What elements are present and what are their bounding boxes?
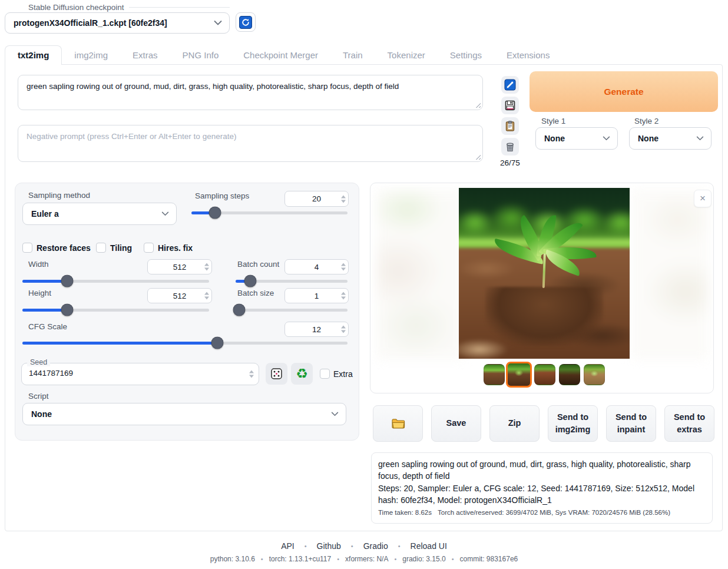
- style1-label: Style 1: [541, 117, 565, 125]
- sampling-steps-slider[interactable]: [191, 207, 348, 219]
- batch-size-slider[interactable]: [236, 304, 348, 316]
- tab-img2img[interactable]: img2img: [62, 46, 120, 65]
- bullet: •: [452, 555, 454, 563]
- random-seed-button[interactable]: [266, 363, 287, 385]
- script-dropdown[interactable]: None: [22, 403, 346, 425]
- restore-faces-checkbox[interactable]: [22, 243, 32, 253]
- apply-style-button[interactable]: [501, 117, 519, 135]
- tab-checkpoint-merger[interactable]: Checkpoint Merger: [231, 46, 330, 65]
- slider-thumb[interactable]: [61, 275, 74, 287]
- batch-count-slider[interactable]: [236, 275, 348, 287]
- tab-settings[interactable]: Settings: [438, 46, 494, 65]
- tiling-checkbox[interactable]: [96, 243, 106, 253]
- sampling-method-dropdown[interactable]: Euler a: [22, 203, 177, 225]
- style1-dropdown[interactable]: None: [535, 127, 618, 150]
- clipboard-icon: [504, 120, 516, 132]
- sampling-method-label: Sampling method: [28, 191, 90, 200]
- gallery-thumbnail-3[interactable]: [534, 364, 555, 385]
- clear-prompt-button[interactable]: [501, 138, 519, 156]
- seed-value: 1441787169: [29, 369, 73, 378]
- extra-seed-label: Extra: [333, 369, 353, 379]
- reload-ui-link[interactable]: Reload UI: [411, 541, 447, 551]
- gallery-thumbnail-2-selected[interactable]: [506, 362, 532, 388]
- batch-count-input[interactable]: 4: [284, 259, 349, 274]
- info-params-text: Steps: 20, Sampler: Euler a, CFG scale: …: [378, 482, 706, 507]
- restore-faces-label: Restore faces: [37, 243, 91, 253]
- vram-text: Torch active/reserved: 3699/4702 MiB, Sy…: [438, 509, 670, 516]
- gallery-thumbnail-1[interactable]: [484, 364, 505, 385]
- stepper-arrows[interactable]: [204, 292, 209, 300]
- tab-train[interactable]: Train: [330, 46, 375, 65]
- reuse-seed-button[interactable]: ♻: [291, 363, 313, 385]
- close-icon: ×: [700, 193, 706, 204]
- save-button[interactable]: Save: [431, 405, 481, 442]
- info-prompt-text: green sapling rowing out of ground, mud,…: [378, 458, 706, 482]
- refresh-checkpoint-button[interactable]: [236, 12, 256, 32]
- gallery-thumbnail-5[interactable]: [584, 364, 605, 385]
- tab-tokenizer[interactable]: Tokenizer: [375, 46, 438, 65]
- app-root: Stable Diffusion checkpoint protogenX34O…: [0, 0, 728, 569]
- refresh-icon: [239, 16, 252, 29]
- footer-versions: python: 3.10.6 • torch: 1.13.1+cu117 • x…: [0, 555, 728, 563]
- tab-extensions[interactable]: Extensions: [494, 46, 562, 65]
- bullet: •: [394, 555, 396, 563]
- gradio-link[interactable]: Gradio: [363, 541, 388, 551]
- checkpoint-value: protogenX34OfficialR_1.ckpt [60fe2f34]: [14, 18, 167, 28]
- footer-links: API • Github • Gradio • Reload UI: [0, 541, 728, 551]
- batch-size-label: Batch size: [237, 289, 274, 297]
- save-style-button[interactable]: [501, 97, 519, 114]
- height-label: Height: [28, 289, 51, 297]
- api-link[interactable]: API: [281, 541, 294, 551]
- slider-thumb[interactable]: [209, 207, 221, 219]
- tab-txt2img[interactable]: txt2img: [5, 45, 62, 65]
- batch-size-input[interactable]: 1: [284, 288, 349, 303]
- stepper-arrows[interactable]: [341, 292, 346, 300]
- open-folder-button[interactable]: [373, 405, 423, 442]
- tab-extras[interactable]: Extras: [120, 46, 170, 65]
- cfg-scale-slider[interactable]: [22, 337, 348, 349]
- paste-generation-params-button[interactable]: [501, 76, 519, 94]
- slider-thumb[interactable]: [211, 337, 224, 349]
- trash-icon: [504, 141, 516, 153]
- zip-button[interactable]: Zip: [489, 405, 540, 442]
- slider-thumb[interactable]: [233, 304, 245, 316]
- tab-bar: txt2img img2img Extras PNG Info Checkpoi…: [5, 45, 562, 65]
- stepper-arrows[interactable]: [341, 195, 346, 203]
- prompt-input[interactable]: green sapling rowing out of ground, mud,…: [18, 75, 483, 110]
- hires-fix-checkbox[interactable]: [144, 243, 154, 253]
- generated-image[interactable]: [459, 188, 630, 359]
- height-input[interactable]: 512: [147, 288, 212, 303]
- checkpoint-label: Stable Diffusion checkpoint: [28, 3, 124, 12]
- github-link[interactable]: Github: [317, 541, 341, 551]
- chevron-down-icon: [603, 136, 610, 141]
- stepper-arrows[interactable]: [341, 263, 346, 271]
- width-input[interactable]: 512: [147, 259, 212, 274]
- send-to-extras-button[interactable]: Send to extras: [664, 405, 714, 442]
- close-gallery-button[interactable]: ×: [694, 190, 712, 207]
- gallery-thumbnail-4[interactable]: [559, 364, 580, 385]
- checkpoint-dropdown[interactable]: protogenX34OfficialR_1.ckpt [60fe2f34]: [5, 12, 230, 34]
- height-slider[interactable]: [22, 304, 209, 316]
- width-slider[interactable]: [22, 275, 209, 287]
- commit-hash[interactable]: commit: 983167e6: [460, 555, 518, 563]
- stepper-arrows[interactable]: [341, 326, 346, 333]
- stepper-arrows[interactable]: [204, 263, 209, 271]
- style2-dropdown[interactable]: None: [629, 127, 712, 150]
- seed-input[interactable]: Seed 1441787169: [21, 363, 259, 385]
- generate-button[interactable]: Generate: [530, 71, 718, 112]
- cfg-scale-input[interactable]: 12: [284, 322, 349, 337]
- blue-pencil-icon: [504, 78, 517, 91]
- sampling-steps-input[interactable]: 20: [284, 191, 349, 207]
- send-to-img2img-button[interactable]: Send to img2img: [548, 405, 598, 442]
- folder-icon: [391, 418, 405, 429]
- extra-seed-checkbox[interactable]: [320, 369, 330, 379]
- negative-prompt-input[interactable]: [18, 125, 483, 162]
- tab-png-info[interactable]: PNG Info: [170, 46, 231, 65]
- output-gallery: ×: [370, 183, 714, 393]
- slider-thumb[interactable]: [244, 275, 256, 287]
- slider-thumb[interactable]: [61, 304, 74, 316]
- stepper-arrows[interactable]: [249, 370, 254, 378]
- generation-info-box: green sapling rowing out of ground, mud,…: [371, 452, 713, 524]
- send-to-inpaint-button[interactable]: Send to inpaint: [606, 405, 656, 442]
- seed-label: Seed: [27, 358, 50, 366]
